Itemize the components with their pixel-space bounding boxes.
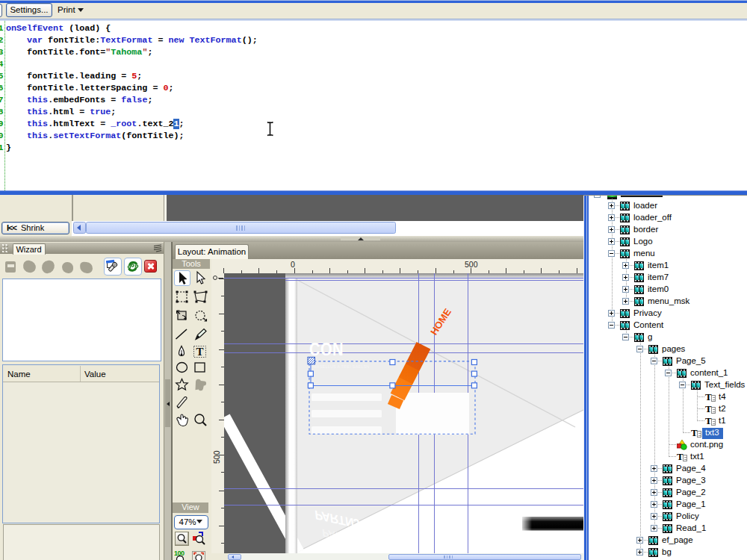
- svg-text:CON: CON: [309, 339, 344, 359]
- svg-text:T: T: [196, 346, 204, 358]
- svg-text:MASELLUS A TREI SAELSN: MASELLUS A TREI SAELSN: [313, 364, 370, 369]
